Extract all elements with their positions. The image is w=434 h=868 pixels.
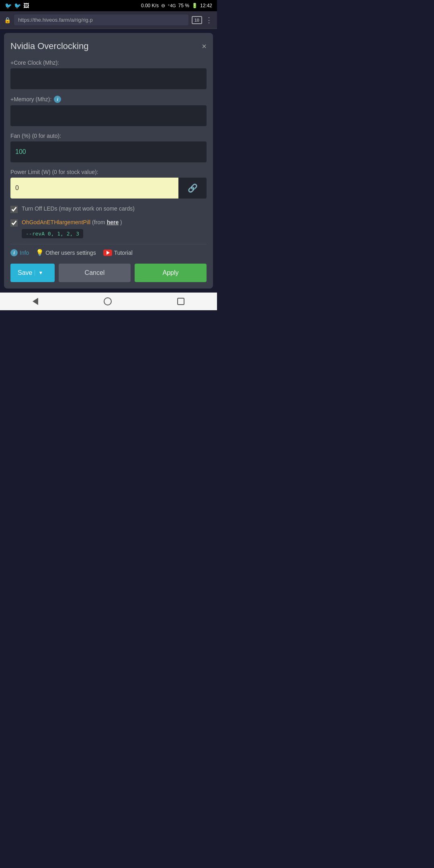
core-clock-label: +Core Clock (Mhz):: [10, 59, 207, 66]
power-row: 🔗: [10, 178, 207, 199]
status-left: 🐦 🐦 🖼: [5, 2, 29, 9]
other-users-link[interactable]: 💡 Other users settings: [36, 249, 96, 256]
modal-header: Nvidia Overclocking ×: [10, 41, 207, 51]
nvidia-overclocking-modal: Nvidia Overclocking × +Core Clock (Mhz):…: [4, 33, 213, 289]
enlargement-label-group: OhGodAnETHlargementPill (from here ) --r…: [22, 219, 122, 238]
enlargement-from: (from: [92, 219, 105, 225]
links-row: i Info 💡 Other users settings Tutorial: [10, 244, 207, 258]
back-icon: [33, 298, 38, 305]
fan-field: Fan (%) (0 for auto):: [10, 133, 207, 162]
rev-tag: --revA 0, 1, 2, 3: [22, 229, 83, 238]
info-link-text: Info: [20, 250, 29, 256]
tutorial-link-text: Tutorial: [114, 250, 133, 256]
here-link[interactable]: here: [107, 219, 119, 225]
image-icon: 🖼: [23, 2, 29, 9]
back-button[interactable]: [25, 295, 46, 308]
power-limit-field: Power Limit (W) (0 for stock value): 🔗: [10, 169, 207, 199]
leds-checkbox-row: Turn Off LEDs (may not work on some card…: [10, 205, 207, 213]
signal-icon: ⊖: [161, 3, 165, 8]
cancel-button[interactable]: Cancel: [59, 264, 131, 282]
close-button[interactable]: ×: [202, 42, 207, 50]
enlargement-checkbox[interactable]: [10, 219, 18, 227]
home-button[interactable]: [96, 294, 120, 309]
leds-label: Turn Off LEDs (may not work on some card…: [22, 205, 135, 213]
footer-buttons: Save ▼ Cancel Apply: [10, 264, 207, 282]
clock: 12:42: [200, 3, 212, 8]
link-icon: 🔗: [188, 183, 198, 193]
tab-count[interactable]: 10: [192, 16, 202, 24]
browser-menu-icon[interactable]: ⋮: [205, 16, 213, 25]
power-input[interactable]: [10, 178, 178, 199]
leds-checkbox[interactable]: [10, 206, 18, 213]
twitter-icon-1: 🐦: [5, 2, 12, 9]
lock-icon: 🔒: [4, 17, 11, 23]
core-clock-field: +Core Clock (Mhz):: [10, 59, 207, 89]
url-bar[interactable]: https://the.hiveos.farm/a/rig/rig.p: [14, 14, 188, 25]
battery-pct: 75 %: [178, 3, 189, 8]
core-clock-input[interactable]: [10, 68, 207, 89]
youtube-icon: [103, 250, 112, 256]
battery-icon: 🔋: [192, 3, 198, 8]
tutorial-link[interactable]: Tutorial: [103, 250, 133, 256]
fan-input[interactable]: [10, 141, 207, 162]
other-link-text: Other users settings: [45, 250, 96, 256]
network-speed: 0.00 K/s: [141, 3, 159, 8]
info-icon: i: [10, 249, 18, 256]
enlargement-name[interactable]: OhGodAnETHlargementPill: [22, 219, 90, 225]
memory-info-icon[interactable]: i: [54, 96, 61, 103]
memory-input[interactable]: [10, 105, 207, 126]
status-bar: 🐦 🐦 🖼 0.00 K/s ⊖ ⁺4G 75 % 🔋 12:42: [0, 0, 217, 11]
youtube-play-triangle: [106, 251, 110, 255]
save-dropdown-icon[interactable]: ▼: [35, 270, 43, 276]
enlargement-close: ): [120, 219, 122, 225]
save-label: Save: [18, 269, 32, 276]
twitter-icon-2: 🐦: [14, 2, 21, 9]
home-icon: [104, 297, 112, 305]
info-link[interactable]: i Info: [10, 249, 29, 256]
memory-field: +Memory (Mhz): i: [10, 96, 207, 126]
apply-button[interactable]: Apply: [135, 264, 207, 282]
navigation-bar: [0, 293, 217, 310]
power-label: Power Limit (W) (0 for stock value):: [10, 169, 207, 175]
data-icon: ⁺4G: [168, 3, 176, 8]
modal-title: Nvidia Overclocking: [10, 41, 88, 51]
status-right: 0.00 K/s ⊖ ⁺4G 75 % 🔋 12:42: [141, 3, 212, 8]
memory-label: +Memory (Mhz): i: [10, 96, 207, 103]
bulb-icon: 💡: [36, 249, 43, 256]
power-link-button[interactable]: 🔗: [178, 178, 207, 199]
enlargement-checkbox-row: OhGodAnETHlargementPill (from here ) --r…: [10, 219, 207, 238]
recents-button[interactable]: [169, 295, 192, 308]
fan-label: Fan (%) (0 for auto):: [10, 133, 207, 139]
browser-bar: 🔒 https://the.hiveos.farm/a/rig/rig.p 10…: [0, 11, 217, 29]
recents-icon: [177, 298, 184, 305]
save-button[interactable]: Save ▼: [10, 264, 55, 282]
url-text: https://the.hiveos.farm/a/rig/rig.p: [18, 17, 93, 23]
